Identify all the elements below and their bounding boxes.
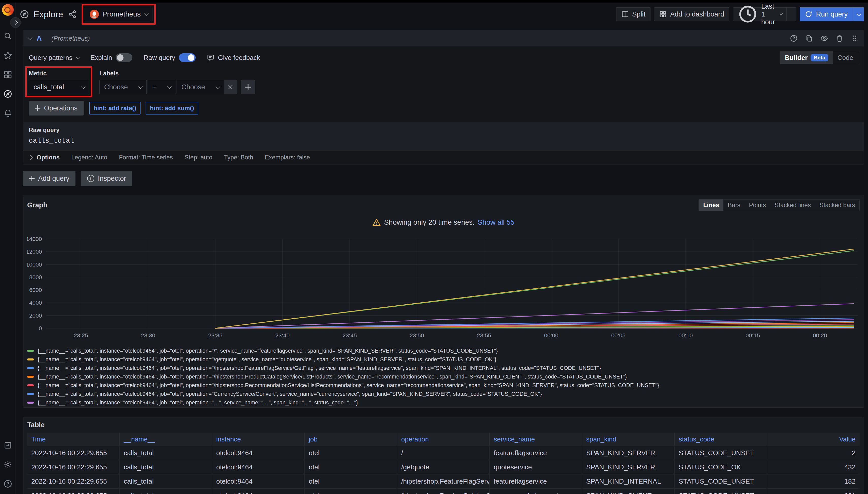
graph-legend: {__name__="calls_total", instance="otelc… [27, 346, 860, 407]
table-cell-r1-c0: 2022-10-16 00:22:29.655 [27, 460, 120, 474]
sidebar-expand-button[interactable] [10, 17, 21, 28]
label-key-select[interactable]: Choose [100, 80, 147, 94]
x-axis-tick-label: 23:30 [141, 332, 155, 339]
graph-panel: Graph LinesBarsPointsStacked linesStacke… [23, 195, 864, 408]
add-operation-button[interactable]: Operations [29, 101, 84, 115]
run-query-button[interactable]: Run query [800, 7, 853, 21]
show-all-series-link[interactable]: Show all 55 [478, 218, 514, 226]
prometheus-logo [90, 10, 99, 19]
sign-in-icon[interactable] [3, 441, 13, 450]
graph-mode-bars[interactable]: Bars [723, 200, 744, 211]
legend-item-2[interactable]: {__name__="calls_total", instance="otelc… [27, 364, 860, 373]
warning-triangle-icon [372, 218, 381, 227]
give-feedback-link[interactable]: Give feedback [207, 54, 260, 62]
table-cell-r1-c5: quoteservice [490, 460, 582, 474]
share-icon[interactable] [68, 10, 77, 19]
table-cell-r2-c2: otelcol:9464 [212, 474, 305, 489]
explain-toggle-group: Explain [90, 53, 132, 62]
datasource-picker[interactable]: Prometheus [85, 7, 152, 21]
datasource-name: Prometheus [103, 10, 141, 18]
table-cell-r0-c0: 2022-10-16 00:22:29.655 [27, 446, 120, 460]
y-axis-tick-label: 8000 [29, 274, 42, 281]
x-icon [228, 84, 233, 90]
options-toggle[interactable]: Options [29, 154, 60, 161]
builder-tab[interactable]: Builder Beta [780, 51, 833, 64]
collapse-chevron-icon[interactable] [28, 36, 33, 40]
favorites-star-icon[interactable] [3, 51, 13, 60]
table-header-name[interactable]: __name__ [120, 433, 212, 446]
add-query-button[interactable]: Add query [23, 171, 75, 186]
time-range-button[interactable]: Last 1 hour [733, 7, 786, 21]
chart-svg: 0200040006000800010000120001400023:2523:… [27, 233, 860, 345]
delete-query-trash-icon[interactable] [836, 35, 843, 42]
disable-query-eye-icon[interactable] [820, 35, 828, 42]
legend-item-5[interactable]: {__name__="calls_total", instance="otelc… [27, 390, 860, 398]
legend-item-6[interactable]: {__name__="calls_total", instance="otelc… [27, 398, 860, 407]
table-header-job[interactable]: job [305, 433, 397, 446]
drag-handle-icon[interactable] [851, 35, 858, 42]
table-cell-r2-c4: /hipstershop.FeatureFlagService/GetFlag [397, 474, 490, 489]
clock-icon [738, 4, 758, 24]
code-tab[interactable]: Code [833, 51, 858, 64]
graph-mode-lines[interactable]: Lines [699, 200, 723, 211]
legend-item-4[interactable]: {__name__="calls_total", instance="otelc… [27, 381, 860, 390]
chevron-down-icon [144, 12, 149, 16]
graph-mode-stacked-lines[interactable]: Stacked lines [770, 200, 815, 211]
x-axis-tick-label: 00:15 [745, 332, 760, 339]
table-header-operation[interactable]: operation [397, 433, 490, 446]
query-help-icon[interactable] [790, 35, 798, 42]
add-label-button[interactable] [241, 80, 255, 94]
table-cell-r0-c1: calls_total [120, 446, 212, 460]
time-series-chart[interactable]: 0200040006000800010000120001400023:2523:… [27, 233, 860, 345]
grafana-logo[interactable] [2, 4, 14, 16]
query-patterns-dropdown[interactable]: Query patterns [29, 54, 79, 62]
legend-item-0[interactable]: {__name__="calls_total", instance="otelc… [27, 346, 860, 355]
table-cell-r0-c2: otelcol:9464 [212, 446, 305, 460]
option-summary-item: Legend: Auto [71, 154, 107, 161]
search-icon[interactable] [3, 32, 13, 41]
query-hint-button-1[interactable]: hint: add sum() [146, 102, 198, 114]
alerting-bell-icon[interactable] [3, 109, 13, 118]
table-cell-r1-c7: STATUS_CODE_OK [675, 460, 767, 474]
help-icon[interactable] [3, 479, 13, 489]
zoom-out-button[interactable] [786, 7, 796, 21]
table-header-time[interactable]: Time [27, 433, 120, 446]
secondary-actions: Add query i Inspector [23, 171, 864, 186]
run-query-dropdown[interactable] [853, 7, 864, 21]
label-value-select[interactable]: Choose [177, 80, 224, 94]
raw-query-toggle[interactable] [179, 53, 196, 62]
explain-toggle[interactable] [115, 53, 132, 62]
metric-value: calls_total [34, 83, 64, 91]
split-button[interactable]: Split [616, 7, 651, 21]
top-strip [0, 0, 868, 2]
table-cell-r0-c8: 2 [767, 446, 860, 460]
plus-icon [245, 84, 251, 90]
x-axis-tick-label: 23:55 [477, 332, 491, 339]
table-header-spankind[interactable]: span_kind [582, 433, 675, 446]
results-table: Time__name__instancejoboperationservice_… [27, 433, 860, 494]
explore-compass-icon[interactable] [3, 89, 13, 98]
table-header-servicename[interactable]: service_name [490, 433, 582, 446]
settings-gear-icon[interactable] [3, 460, 13, 469]
dashboards-icon[interactable] [3, 70, 13, 79]
query-hint-button-0[interactable]: hint: add rate() [89, 102, 141, 114]
inspector-button[interactable]: i Inspector [81, 171, 132, 186]
table-header-value[interactable]: Value [767, 433, 860, 446]
table-cell-r2-c6: SPAN_KIND_INTERNAL [582, 474, 675, 489]
metric-select[interactable]: calls_total [29, 80, 89, 94]
graph-mode-points[interactable]: Points [744, 200, 770, 211]
legend-item-3[interactable]: {__name__="calls_total", instance="otelc… [27, 373, 860, 381]
legend-series-color [27, 393, 34, 395]
legend-item-1[interactable]: {__name__="calls_total", instance="otelc… [27, 355, 860, 364]
query-row-header[interactable]: A (Prometheus) [23, 30, 864, 46]
remove-label-button[interactable] [224, 80, 237, 94]
operations-label: Operations [44, 104, 77, 112]
graph-mode-stacked-bars[interactable]: Stacked bars [815, 200, 860, 211]
x-axis-tick-label: 23:25 [74, 332, 88, 339]
add-to-dashboard-button[interactable]: Add to dashboard [654, 7, 729, 21]
table-header-instance[interactable]: instance [212, 433, 305, 446]
table-cell-r3-c0: 2022-10-16 00:22:29.655 [27, 489, 120, 494]
table-header-statuscode[interactable]: status_code [675, 433, 767, 446]
label-operator-select[interactable]: = [148, 80, 175, 94]
duplicate-query-icon[interactable] [805, 35, 813, 42]
